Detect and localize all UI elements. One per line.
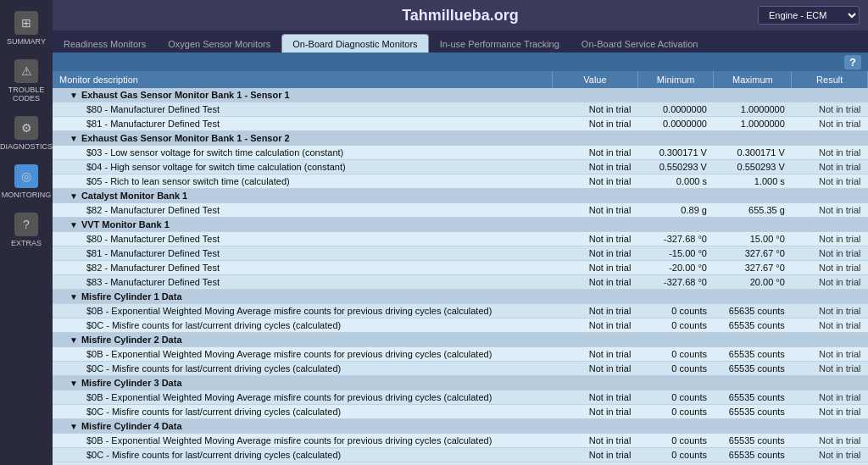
section-header-cell: ▼Misfire Cylinder 4 Data bbox=[53, 419, 868, 434]
section-arrow: ▼ bbox=[70, 134, 78, 143]
table-row: $81 - Manufacturer Defined TestNot in tr… bbox=[53, 117, 868, 131]
row-result: Not in trial bbox=[792, 347, 868, 362]
section-header-cell: ▼Misfire Cylinder 2 Data bbox=[53, 333, 868, 347]
sidebar-item-diagnostics[interactable]: ⚙ DIAGNOSTICS bbox=[0, 109, 53, 158]
row-description: $0B - Exponential Weighted Moving Averag… bbox=[53, 434, 553, 448]
row-maximum: 327.67 °0 bbox=[714, 261, 792, 275]
row-value: Not in trial bbox=[553, 275, 638, 290]
row-minimum: 0.550293 V bbox=[637, 160, 714, 174]
col-description: Monitor description bbox=[53, 71, 553, 88]
diagnostics-icon: ⚙ bbox=[14, 116, 38, 140]
col-maximum: Maximum bbox=[714, 71, 792, 88]
table-row: ▼Misfire Cylinder 3 Data bbox=[53, 376, 868, 390]
row-result: Not in trial bbox=[792, 146, 868, 160]
row-minimum: -327.68 °0 bbox=[637, 232, 714, 246]
row-description: $0C - Misfire counts for last/current dr… bbox=[53, 405, 553, 419]
row-description: $81 - Manufacturer Defined Test bbox=[53, 117, 553, 131]
trouble-codes-icon: ⚠ bbox=[14, 59, 38, 83]
tab-oxygen-sensor-monitors[interactable]: Oxygen Sensor Monitors bbox=[157, 34, 281, 53]
row-result: Not in trial bbox=[792, 390, 868, 405]
row-result: Not in trial bbox=[792, 232, 868, 246]
help-bar: ? bbox=[53, 53, 868, 71]
tab-readiness-monitors[interactable]: Readiness Monitors bbox=[53, 34, 157, 53]
row-value: Not in trial bbox=[553, 174, 638, 189]
col-minimum: Minimum bbox=[637, 71, 714, 88]
table-row: $0C - Misfire counts for last/current dr… bbox=[53, 318, 868, 333]
row-maximum: 327.67 °0 bbox=[714, 246, 792, 261]
row-minimum: 0 counts bbox=[637, 448, 714, 462]
sidebar-item-extras-label: EXTRAS bbox=[11, 239, 42, 247]
row-result: Not in trial bbox=[792, 304, 868, 318]
section-header-cell: ▼Misfire Cylinder 1 Data bbox=[53, 290, 868, 304]
sidebar-item-extras[interactable]: ? EXTRAS bbox=[0, 206, 53, 254]
sidebar: ⊞ SUMMARY ⚠ TROUBLE CODES ⚙ DIAGNOSTICS … bbox=[0, 0, 53, 465]
row-minimum: 0 counts bbox=[637, 318, 714, 333]
table-row: $0B - Exponential Weighted Moving Averag… bbox=[53, 347, 868, 362]
table-row: $0B - Exponential Weighted Moving Averag… bbox=[53, 390, 868, 405]
table-row: $05 - Rich to lean sensor switch time (c… bbox=[53, 174, 868, 189]
row-result: Not in trial bbox=[792, 275, 868, 290]
row-value: Not in trial bbox=[553, 232, 638, 246]
row-value: Not in trial bbox=[553, 203, 638, 218]
row-minimum: -20.00 °0 bbox=[637, 261, 714, 275]
row-result: Not in trial bbox=[792, 203, 868, 218]
table-row: $0C - Misfire counts for last/current dr… bbox=[53, 448, 868, 462]
row-maximum: 65635 counts bbox=[714, 304, 792, 318]
col-result: Result bbox=[792, 71, 868, 88]
main-content: Tahmillueba.org Engine - ECM Readiness M… bbox=[53, 0, 868, 465]
tab-on-board-diagnostic-monitors[interactable]: On-Board Diagnostic Monitors bbox=[281, 34, 428, 53]
row-minimum: -15.00 °0 bbox=[637, 246, 714, 261]
row-maximum: 1.0000000 bbox=[714, 117, 792, 131]
section-arrow: ▼ bbox=[70, 91, 78, 100]
data-table[interactable]: Monitor description Value Minimum Maximu… bbox=[53, 71, 868, 465]
row-minimum: 0.89 g bbox=[637, 203, 714, 218]
tab-in-use-performance-tracking[interactable]: In-use Performance Tracking bbox=[429, 34, 570, 53]
row-value: Not in trial bbox=[553, 146, 638, 160]
table-row: ▼Catalyst Monitor Bank 1 bbox=[53, 189, 868, 203]
row-maximum: 655.35 g bbox=[714, 203, 792, 218]
table-row: $04 - High sensor voltage for switch tim… bbox=[53, 160, 868, 174]
col-value: Value bbox=[553, 71, 638, 88]
row-value: Not in trial bbox=[553, 318, 638, 333]
row-maximum: 65535 counts bbox=[714, 318, 792, 333]
row-result: Not in trial bbox=[792, 362, 868, 376]
header: Tahmillueba.org Engine - ECM bbox=[53, 0, 868, 30]
row-value: Not in trial bbox=[553, 246, 638, 261]
sidebar-item-trouble-codes[interactable]: ⚠ TROUBLE CODES bbox=[0, 53, 53, 109]
tab-on-board-service-activation[interactable]: On-Board Service Activation bbox=[570, 34, 709, 53]
row-minimum: 0 counts bbox=[637, 362, 714, 376]
row-result: Not in trial bbox=[792, 405, 868, 419]
row-description: $05 - Rich to lean sensor switch time (c… bbox=[53, 174, 553, 189]
sidebar-item-monitoring[interactable]: ◎ MONITORING bbox=[0, 158, 53, 206]
row-result: Not in trial bbox=[792, 318, 868, 333]
section-arrow: ▼ bbox=[70, 379, 78, 388]
table-body: ▼Exhaust Gas Sensor Monitor Bank 1 - Sen… bbox=[53, 88, 868, 462]
section-arrow: ▼ bbox=[70, 220, 78, 230]
row-minimum: 0.300171 V bbox=[637, 146, 714, 160]
row-minimum: -327.68 °0 bbox=[637, 275, 714, 290]
row-result: Not in trial bbox=[792, 246, 868, 261]
table-row: ▼Exhaust Gas Sensor Monitor Bank 1 - Sen… bbox=[53, 131, 868, 146]
table-row: $0B - Exponential Weighted Moving Averag… bbox=[53, 434, 868, 448]
row-result: Not in trial bbox=[792, 102, 868, 117]
row-description: $0C - Misfire counts for last/current dr… bbox=[53, 448, 553, 462]
row-minimum: 0 counts bbox=[637, 347, 714, 362]
table-row: $80 - Manufacturer Defined TestNot in tr… bbox=[53, 232, 868, 246]
row-description: $81 - Manufacturer Defined Test bbox=[53, 246, 553, 261]
section-header-cell: ▼VVT Monitor Bank 1 bbox=[53, 218, 868, 232]
row-maximum: 65535 counts bbox=[714, 362, 792, 376]
section-header-cell: ▼Catalyst Monitor Bank 1 bbox=[53, 189, 868, 203]
sidebar-item-summary[interactable]: ⊞ SUMMARY bbox=[0, 4, 53, 53]
row-value: Not in trial bbox=[553, 304, 638, 318]
table-row: $80 - Manufacturer Defined TestNot in tr… bbox=[53, 102, 868, 117]
help-button[interactable]: ? bbox=[844, 55, 861, 69]
engine-selector[interactable]: Engine - ECM bbox=[758, 6, 860, 25]
table-row: ▼Misfire Cylinder 2 Data bbox=[53, 333, 868, 347]
table-row: $0C - Misfire counts for last/current dr… bbox=[53, 405, 868, 419]
row-description: $0C - Misfire counts for last/current dr… bbox=[53, 362, 553, 376]
table-row: ▼Exhaust Gas Sensor Monitor Bank 1 - Sen… bbox=[53, 88, 868, 102]
table-row: $03 - Low sensor voltage for switch time… bbox=[53, 146, 868, 160]
section-header-cell: ▼Exhaust Gas Sensor Monitor Bank 1 - Sen… bbox=[53, 131, 868, 146]
section-header-cell: ▼Exhaust Gas Sensor Monitor Bank 1 - Sen… bbox=[53, 88, 868, 102]
row-value: Not in trial bbox=[553, 117, 638, 131]
